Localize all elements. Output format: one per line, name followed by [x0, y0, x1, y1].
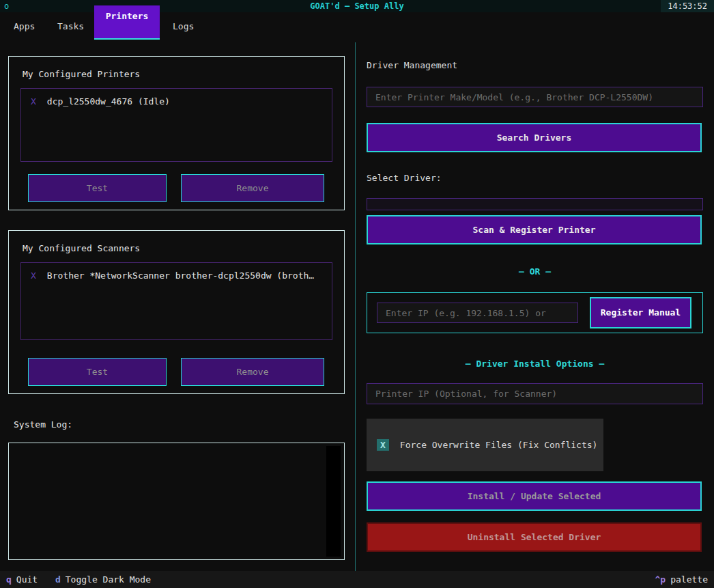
printer-name: dcp_l2550dw_4676 (Idle): [47, 96, 170, 107]
force-overwrite-label: Force Overwrite Files (Fix Conflicts): [400, 440, 598, 450]
tab-tasks[interactable]: Tasks: [55, 12, 87, 41]
quit-label: Quit: [16, 574, 38, 585]
search-drivers-button[interactable]: Search Drivers: [367, 123, 702, 152]
delete-marker-icon[interactable]: X: [31, 270, 36, 281]
uninstall-driver-button[interactable]: Uninstall Selected Driver: [367, 522, 702, 552]
manual-ip-input[interactable]: [377, 303, 578, 323]
tab-bar: Apps Tasks Printers Logs: [0, 12, 714, 41]
printer-list-item[interactable]: Xdcp_l2550dw_4676 (Idle): [21, 89, 332, 114]
driver-management-heading: Driver Management: [367, 60, 703, 70]
select-driver-label: Select Driver:: [367, 173, 703, 183]
tab-logs[interactable]: Logs: [170, 12, 197, 41]
tab-apps[interactable]: Apps: [11, 12, 38, 41]
palette-key[interactable]: ^p: [655, 574, 666, 585]
printers-list[interactable]: Xdcp_l2550dw_4676 (Idle): [20, 88, 332, 162]
palette-shortcut[interactable]: ^ppalette: [655, 574, 708, 585]
driver-select[interactable]: [367, 198, 703, 210]
footer-bar: qQuit dToggle Dark Mode ^ppalette: [0, 571, 714, 588]
dark-mode-label: Toggle Dark Mode: [66, 574, 151, 585]
driver-install-options-divider: — Driver Install Options —: [367, 359, 703, 369]
quit-shortcut[interactable]: qQuit: [6, 574, 38, 585]
configured-printers-panel: My Configured Printers Xdcp_l2550dw_4676…: [8, 56, 345, 210]
scanner-list-item[interactable]: XBrother *NetworkScanner brother-dcpl255…: [21, 263, 332, 288]
manual-register-box: Register Manual: [367, 292, 703, 333]
checkbox-checked-icon[interactable]: X: [377, 439, 389, 451]
printer-test-button[interactable]: Test: [28, 174, 167, 202]
printer-remove-button[interactable]: Remove: [181, 174, 324, 202]
clock: 14:53:52: [661, 0, 714, 12]
scanners-list[interactable]: XBrother *NetworkScanner brother-dcpl255…: [20, 262, 332, 340]
or-divider: — OR —: [367, 266, 703, 277]
delete-marker-icon[interactable]: X: [31, 96, 36, 107]
configured-scanners-title: My Configured Scanners: [23, 243, 140, 253]
scan-register-button[interactable]: Scan & Register Printer: [367, 215, 702, 244]
system-log-scrollbar[interactable]: [326, 446, 341, 557]
system-log-label: System Log:: [14, 419, 72, 430]
app-window: o GOAT'd – Setup Ally 14:53:52 Apps Task…: [0, 0, 714, 588]
printer-model-input[interactable]: [367, 87, 703, 107]
configured-scanners-panel: My Configured Scanners XBrother *Network…: [8, 230, 345, 394]
system-log-view[interactable]: [8, 443, 345, 560]
quit-key[interactable]: q: [6, 574, 12, 585]
dark-mode-key[interactable]: d: [55, 574, 61, 585]
palette-label: palette: [670, 574, 708, 585]
scanner-test-button[interactable]: Test: [28, 358, 167, 386]
tab-printers[interactable]: Printers: [94, 5, 160, 40]
install-update-button[interactable]: Install / Update Selected: [367, 481, 702, 511]
column-divider: [355, 42, 356, 571]
dark-mode-shortcut[interactable]: dToggle Dark Mode: [55, 574, 151, 585]
force-overwrite-checkbox[interactable]: X Force Overwrite Files (Fix Conflicts): [367, 419, 603, 471]
scanner-remove-button[interactable]: Remove: [181, 358, 324, 386]
scanner-name: Brother *NetworkScanner brother-dcpl2550…: [47, 270, 314, 281]
register-manual-button[interactable]: Register Manual: [590, 297, 691, 328]
configured-printers-title: My Configured Printers: [23, 69, 140, 79]
printer-ip-input[interactable]: [367, 383, 703, 404]
